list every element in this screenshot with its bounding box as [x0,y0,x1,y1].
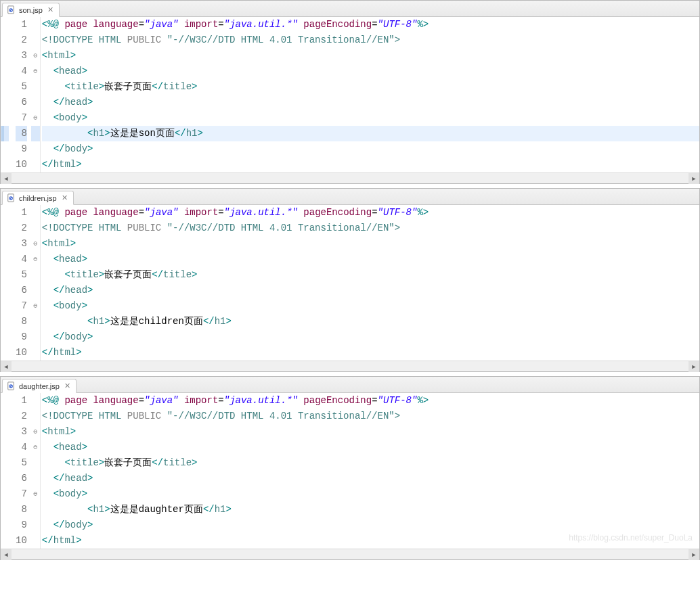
fold-toggle-icon[interactable]: ⊖ [31,486,40,502]
code-token: = [372,19,377,30]
code-line[interactable]: </head> [42,471,699,486]
scroll-right-icon[interactable]: ► [688,361,699,372]
code-token: html [53,159,76,170]
code-token [179,395,184,406]
tab-label: daughter.jsp [19,382,60,390]
code-token: = [372,207,377,218]
code-token: pageEncoding [303,207,372,218]
code-token: head [64,285,87,296]
code-line[interactable]: <head> [42,252,699,267]
code-line[interactable]: </body> [42,329,699,345]
code-line[interactable]: <%@ page language="java" import="java.ut… [42,17,699,32]
code-token: language [93,395,138,406]
code-token [42,128,87,139]
code-line[interactable]: <title>嵌套子页面</title> [42,267,699,283]
fold-blank [31,517,40,533]
code-token: < [64,81,70,92]
code-token: > [82,66,87,76]
code-line[interactable]: </head> [42,283,699,298]
fold-toggle-icon[interactable]: ⊖ [31,298,40,314]
code-area[interactable]: <%@ page language="java" import="java.ut… [41,17,699,172]
close-icon[interactable]: ✕ [61,194,69,202]
line-number: 1 [16,205,27,221]
code-token: language [93,19,138,30]
code-token: import [184,19,218,30]
code-line[interactable]: </html> [42,157,699,172]
code-line[interactable]: <head> [42,440,699,455]
code-token: h1 [215,504,226,515]
fold-blank [31,205,40,221]
code-token: </ [53,285,65,296]
fold-toggle-icon[interactable]: ⊖ [31,440,40,455]
code-token: </ [203,504,215,515]
code-line[interactable]: <!DOCTYPE HTML PUBLIC "-//W3C//DTD HTML … [42,409,699,424]
line-number: 4 [16,252,27,267]
code-line[interactable]: </html> [42,533,699,549]
fold-blank [31,345,40,361]
scroll-right-icon[interactable]: ► [688,549,699,560]
editor-tab[interactable]: daughter.jsp✕ [2,379,76,393]
fold-toggle-icon[interactable]: ⊖ [31,252,40,267]
code-token: body [64,331,87,342]
close-icon[interactable]: ✕ [64,382,72,390]
code-editor[interactable]: 12345678910⊖⊖⊖<%@ page language="java" i… [1,17,699,172]
code-line[interactable]: <html> [42,236,699,252]
code-line[interactable]: </body> [42,517,699,533]
line-number: 3 [16,48,27,64]
code-line[interactable]: <!DOCTYPE HTML PUBLIC "-//W3C//DTD HTML … [42,221,699,236]
fold-toggle-icon[interactable]: ⊖ [31,424,40,440]
fold-blank [31,141,40,157]
code-token: </ [53,331,65,342]
horizontal-scrollbar[interactable]: ◄► [1,361,699,371]
fold-blank [31,533,40,549]
code-line[interactable]: <html> [42,48,699,64]
code-line[interactable]: <body> [42,110,699,126]
code-area[interactable]: <%@ page language="java" import="java.ut… [41,393,699,549]
code-line[interactable]: <title>嵌套子页面</title> [42,79,699,95]
scroll-left-icon[interactable]: ◄ [1,361,12,372]
code-line[interactable]: <%@ page language="java" import="java.ut… [42,205,699,221]
close-icon[interactable]: ✕ [47,6,55,14]
code-token: > [104,316,110,327]
code-line[interactable]: <h1>这是是children页面</h1> [42,314,699,329]
horizontal-scrollbar[interactable]: ◄► [1,172,699,183]
code-line[interactable]: <body> [42,298,699,314]
code-line[interactable]: <!DOCTYPE HTML PUBLIC "-//W3C//DTD HTML … [42,32,699,48]
line-number: 2 [16,409,27,424]
horizontal-scrollbar[interactable]: ◄► [1,549,699,559]
line-number: 6 [16,95,27,110]
fold-toggle-icon[interactable]: ⊖ [31,236,40,252]
code-token: > [82,112,87,123]
code-area[interactable]: <%@ page language="java" import="java.ut… [41,205,699,361]
fold-toggle-icon[interactable]: ⊖ [31,48,40,64]
code-line[interactable]: <title>嵌套子页面</title> [42,455,699,471]
code-token: head [64,97,87,108]
code-editor[interactable]: 12345678910⊖⊖⊖<%@ page language="java" i… [1,393,699,549]
code-line[interactable]: <h1>这是是son页面</h1> [42,126,699,141]
fold-toggle-icon[interactable]: ⊖ [31,64,40,79]
code-token: > [192,81,197,92]
code-line[interactable]: <head> [42,64,699,79]
editor-tab[interactable]: son.jsp✕ [2,3,60,17]
code-line[interactable]: </html> [42,345,699,361]
jsp-file-icon [7,5,16,15]
code-line[interactable]: <h1>这是是daughter页面</h1> [42,502,699,517]
code-token: title [70,457,99,468]
code-token: h1 [215,316,226,327]
code-token: "UTF-8" [378,207,418,218]
code-token: < [64,457,70,468]
scroll-left-icon[interactable]: ◄ [1,549,12,560]
code-line[interactable]: <%@ page language="java" import="java.ut… [42,393,699,409]
code-line[interactable]: <body> [42,486,699,502]
editor-tab[interactable]: children.jsp✕ [2,191,74,205]
scroll-right-icon[interactable]: ► [688,173,699,184]
code-token: title [70,81,99,92]
code-editor[interactable]: 12345678910⊖⊖⊖<%@ page language="java" i… [1,205,699,361]
code-line[interactable]: <html> [42,424,699,440]
code-line[interactable]: </body> [42,141,699,157]
code-line[interactable]: </head> [42,95,699,110]
fold-blank [31,95,40,110]
code-token: < [53,442,59,453]
scroll-left-icon[interactable]: ◄ [1,173,12,184]
fold-toggle-icon[interactable]: ⊖ [31,110,40,126]
